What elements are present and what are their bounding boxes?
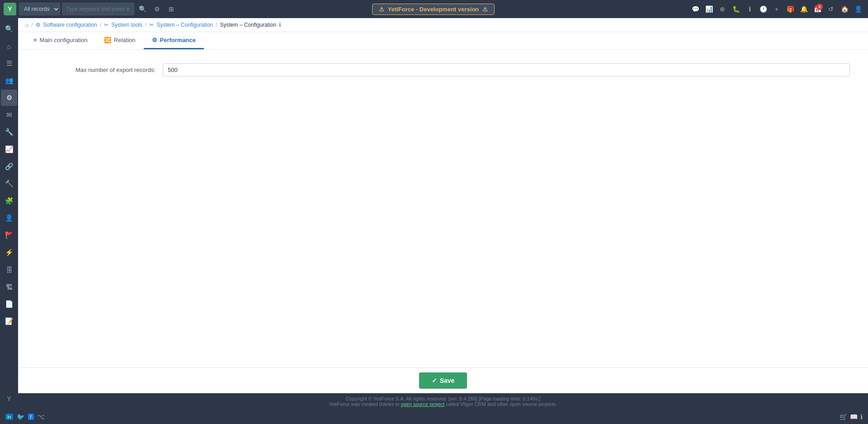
tabs: ≡ Main configuration 🔀 Relation ⚙ Perfor…	[25, 32, 861, 49]
sidebar-item-puzzle[interactable]: 🧩	[1, 193, 17, 209]
bell-icon[interactable]: 🔔	[797, 3, 810, 15]
user-settings-icon[interactable]: 👤	[852, 3, 864, 15]
sidebar-item-doc[interactable]: 📄	[1, 296, 17, 312]
sidebar-item-settings[interactable]: ⚙	[1, 90, 17, 106]
sidebar-item-flag[interactable]: 🚩	[1, 227, 17, 243]
breadcrumb-home-link[interactable]: ⌂	[25, 22, 28, 28]
main-layout: 🔍 ⌂ ☰ 👥 ⚙ ✉ 🔧 📈 🔗 🔨 🧩 👤 🚩 ⚡ 🗄 🏗 📄 📝 Y ⌂ …	[0, 18, 868, 410]
twitter-icon[interactable]: 🐦	[17, 413, 24, 420]
sidebar-item-database[interactable]: 🗄	[1, 262, 17, 278]
sidebar-item-activity[interactable]: ☰	[1, 55, 17, 71]
sidebar-item-tools[interactable]: 🔧	[1, 124, 17, 140]
bottom-social: in 🐦 f ⌥	[5, 413, 45, 420]
breadcrumb-icon-config: ✂	[149, 22, 154, 28]
breadcrumb-sep-2: /	[100, 22, 101, 28]
sidebar: 🔍 ⌂ ☰ 👥 ⚙ ✉ 🔧 📈 🔗 🔨 🧩 👤 🚩 ⚡ 🗄 🏗 📄 📝 Y	[0, 18, 18, 410]
footer: Copyright © YetiForce S.A. All rights re…	[18, 393, 868, 410]
tab-performance[interactable]: ⚙ Performance	[144, 32, 204, 49]
footer-copyright: Copyright © YetiForce S.A. All rights re…	[346, 396, 541, 401]
bottom-right-icons: 🛒 📖 ℹ	[840, 413, 863, 420]
breadcrumb-sep-4: /	[216, 22, 217, 28]
sidebar-item-contacts[interactable]: 👥	[1, 72, 17, 89]
close-circle-icon[interactable]: ⊗	[716, 3, 729, 15]
sidebar-item-user-plus[interactable]: 👤	[1, 210, 17, 226]
sidebar-item-yeti[interactable]: Y	[1, 391, 17, 407]
bug-icon[interactable]: 🐛	[730, 3, 742, 15]
sidebar-item-lightning[interactable]: ⚡	[1, 244, 17, 261]
chat-icon[interactable]: 💬	[689, 3, 702, 15]
tab-main-label: Main configuration	[40, 37, 88, 43]
save-button[interactable]: ✓ Save	[419, 372, 467, 389]
tab-relation[interactable]: 🔀 Relation	[96, 32, 144, 49]
tab-performance-icon: ⚙	[152, 37, 157, 43]
save-icon: ✓	[432, 377, 437, 384]
max-export-row: Max number of export records:	[36, 63, 850, 76]
gift-icon[interactable]: 🎁	[784, 3, 797, 15]
breadcrumb-software-link[interactable]: Software configuration	[43, 22, 97, 28]
app-logo[interactable]: Y	[4, 3, 16, 15]
plus-icon[interactable]: +	[770, 3, 783, 15]
search-group: All records 🔍 ⚙ ⊞	[19, 3, 178, 15]
clock-icon[interactable]: 🕐	[757, 3, 769, 15]
footer-credits: YetiForce was created thanks to open sou…	[329, 401, 557, 407]
advanced-search-button[interactable]: ⚙	[151, 3, 163, 15]
bottom-bar: in 🐦 f ⌥ 🛒 📖 ℹ	[0, 410, 868, 424]
breadcrumb-icon-software: ⚙	[36, 22, 41, 28]
tab-main-icon: ≡	[33, 37, 37, 43]
breadcrumb-config-link[interactable]: System – Configuration	[156, 22, 213, 28]
github-icon[interactable]: ⌥	[38, 413, 45, 420]
sidebar-item-wrench[interactable]: 🔨	[1, 176, 17, 192]
tab-relation-label: Relation	[114, 37, 136, 43]
warning-right-icon: ⚠	[482, 6, 488, 13]
app-title: YetiForce - Development version	[388, 6, 479, 13]
breadcrumb: ⌂ / ⚙ Software configuration / ✂ System …	[18, 18, 868, 32]
sidebar-item-home[interactable]: ⌂	[1, 38, 17, 54]
linkedin-icon[interactable]: in	[5, 414, 13, 420]
save-label: Save	[440, 377, 455, 384]
max-export-input[interactable]	[163, 63, 850, 76]
warning-left-icon: ⚠	[379, 6, 384, 13]
info-bottom-icon[interactable]: ℹ	[860, 413, 863, 420]
footer-open-source-link[interactable]: open source project	[401, 401, 445, 407]
info-icon[interactable]: ℹ	[743, 3, 756, 15]
sidebar-item-edit-doc[interactable]: 📝	[1, 313, 17, 329]
app-title-badge: ⚠ YetiForce - Development version ⚠	[372, 4, 495, 15]
search-input[interactable]	[62, 3, 134, 15]
search-button[interactable]: 🔍	[136, 3, 149, 15]
tabs-container: ≡ Main configuration 🔀 Relation ⚙ Perfor…	[18, 32, 868, 50]
history-icon[interactable]: ↺	[825, 3, 837, 15]
breadcrumb-sep-1: /	[31, 22, 33, 28]
content-area: ⌂ / ⚙ Software configuration / ✂ System …	[18, 18, 868, 410]
max-export-label: Max number of export records:	[36, 67, 163, 73]
calendar-icon[interactable]: 📅4	[811, 3, 824, 15]
cart-icon[interactable]: 🛒	[840, 413, 847, 420]
tab-main-configuration[interactable]: ≡ Main configuration	[25, 32, 96, 49]
records-select[interactable]: All records	[19, 3, 60, 15]
breadcrumb-tools-link[interactable]: System tools	[111, 22, 142, 28]
breadcrumb-info-icon: ℹ	[279, 22, 281, 28]
breadcrumb-icon-tools: ✂	[104, 22, 108, 28]
save-bar: ✓ Save	[18, 367, 868, 393]
topbar: Y All records 🔍 ⚙ ⊞ ⚠ YetiForce - Develo…	[0, 0, 868, 18]
bar-chart-icon[interactable]: 📊	[703, 3, 715, 15]
book-icon[interactable]: 📖	[850, 413, 858, 420]
breadcrumb-sep-3: /	[145, 22, 146, 28]
sidebar-item-links[interactable]: 🔗	[1, 158, 17, 175]
page-content: Max number of export records:	[18, 50, 868, 367]
home-icon[interactable]: 🏠	[838, 3, 851, 15]
sidebar-item-hierarchy[interactable]: 🏗	[1, 279, 17, 295]
topbar-center: ⚠ YetiForce - Development version ⚠	[180, 4, 686, 15]
tab-relation-icon: 🔀	[104, 37, 111, 43]
grid-button[interactable]: ⊞	[165, 3, 178, 15]
topbar-right-icons: 💬 📊 ⊗ 🐛 ℹ 🕐 + 🎁 🔔 📅4 ↺ 🏠 👤	[689, 3, 864, 15]
sidebar-item-email[interactable]: ✉	[1, 107, 17, 123]
facebook-icon[interactable]: f	[28, 414, 34, 420]
sidebar-item-reports[interactable]: 📈	[1, 141, 17, 157]
sidebar-item-search[interactable]: 🔍	[1, 21, 17, 37]
breadcrumb-current: System – Configuration	[220, 22, 276, 28]
tab-performance-label: Performance	[160, 37, 196, 43]
